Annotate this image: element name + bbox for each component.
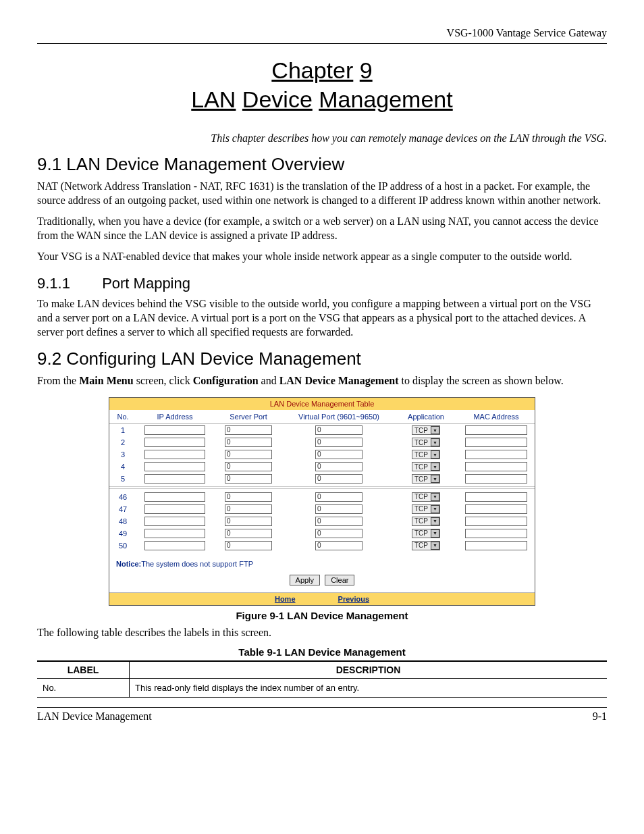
virtual-port-input[interactable]: 0 xyxy=(315,438,363,447)
ip-address-input[interactable] xyxy=(144,474,205,484)
mac-address-input[interactable] xyxy=(465,492,527,502)
virtual-port-input[interactable]: 0 xyxy=(315,541,363,550)
mac-address-input[interactable] xyxy=(465,450,527,459)
server-port-input[interactable]: 0 xyxy=(225,504,272,514)
chevron-down-icon: ▼ xyxy=(431,529,439,538)
server-port-input[interactable]: 0 xyxy=(225,541,272,550)
application-select[interactable]: TCP▼ xyxy=(412,541,440,550)
footer-left: LAN Device Management xyxy=(37,710,152,723)
server-port-input[interactable]: 0 xyxy=(225,462,272,471)
table-row: 4700TCP▼ xyxy=(109,503,535,515)
ip-address-input[interactable] xyxy=(144,529,205,538)
application-select[interactable]: TCP▼ xyxy=(412,529,440,538)
mac-address-input[interactable] xyxy=(465,504,527,514)
server-port-input[interactable]: 0 xyxy=(225,438,272,447)
table-row: 400TCP▼ xyxy=(109,461,535,473)
row-no: 3 xyxy=(109,448,136,461)
virtual-port-input[interactable]: 0 xyxy=(315,492,363,502)
section-9-1-1-title: Port Mapping xyxy=(102,275,190,292)
chevron-down-icon: ▼ xyxy=(431,493,439,501)
virtual-port-input[interactable]: 0 xyxy=(315,462,363,471)
server-port-input[interactable]: 0 xyxy=(225,517,272,526)
chevron-down-icon: ▼ xyxy=(431,450,439,459)
chevron-down-icon: ▼ xyxy=(431,542,439,550)
chevron-down-icon: ▼ xyxy=(431,505,439,513)
application-select[interactable]: TCP▼ xyxy=(412,425,440,435)
ip-address-input[interactable] xyxy=(144,492,205,502)
previous-link[interactable]: Previous xyxy=(318,593,390,605)
ip-address-input[interactable] xyxy=(144,462,205,471)
mac-address-input[interactable] xyxy=(465,438,527,447)
mac-address-input[interactable] xyxy=(465,529,527,538)
desc-col-description: DESCRIPTION xyxy=(130,661,608,679)
ip-address-input[interactable] xyxy=(144,504,205,514)
section-9-1-heading: 9.1 LAN Device Management Overview xyxy=(37,154,607,175)
section-9-2-para-1: From the Main Menu screen, click Configu… xyxy=(37,373,607,388)
section-9-1-para-2: Traditionally, when you have a device (f… xyxy=(37,214,607,242)
table-row: 500TCP▼ xyxy=(109,473,535,485)
table-row: 5000TCP▼ xyxy=(109,540,535,552)
application-select[interactable]: TCP▼ xyxy=(412,504,440,514)
virtual-port-input[interactable]: 0 xyxy=(315,450,363,459)
server-port-input[interactable]: 0 xyxy=(225,529,272,538)
virtual-port-input[interactable]: 0 xyxy=(315,425,363,435)
chapter-name-3: Management xyxy=(319,86,452,112)
chapter-name-2: Device xyxy=(242,86,313,112)
section-9-1-para-3: Your VSG is a NAT-enabled device that ma… xyxy=(37,249,607,263)
mac-address-input[interactable] xyxy=(465,517,527,526)
server-port-input[interactable]: 0 xyxy=(225,450,272,459)
table-break xyxy=(109,485,535,490)
chevron-down-icon: ▼ xyxy=(431,438,439,446)
apply-button[interactable]: Apply xyxy=(290,575,321,585)
application-select[interactable]: TCP▼ xyxy=(412,517,440,526)
application-select[interactable]: TCP▼ xyxy=(412,492,440,502)
row-no: 47 xyxy=(109,503,136,515)
mac-address-input[interactable] xyxy=(465,541,527,550)
row-no: 50 xyxy=(109,540,136,552)
page-header: VSG-1000 Vantage Service Gateway xyxy=(37,27,607,44)
row-no: 48 xyxy=(109,515,136,527)
application-select[interactable]: TCP▼ xyxy=(412,438,440,447)
desc-row-label: No. xyxy=(37,679,130,698)
mac-address-input[interactable] xyxy=(465,425,527,435)
application-select[interactable]: TCP▼ xyxy=(412,462,440,471)
section-9-1-1-number: 9.1.1 xyxy=(37,275,98,292)
col-application: Application xyxy=(394,410,458,424)
virtual-port-input[interactable]: 0 xyxy=(315,474,363,484)
table-row: 4800TCP▼ xyxy=(109,515,535,527)
desc-row: No. This read-only field displays the in… xyxy=(37,679,607,698)
table-title: LAN Device Management Table xyxy=(109,398,535,410)
row-no: 1 xyxy=(109,423,136,436)
ip-address-input[interactable] xyxy=(144,541,205,550)
application-select[interactable]: TCP▼ xyxy=(412,474,440,484)
description-table: LABEL DESCRIPTION No. This read-only fie… xyxy=(37,660,607,698)
row-no: 5 xyxy=(109,473,136,485)
lan-devices-table: No. IP Address Server Port Virtual Port … xyxy=(109,410,535,552)
server-port-input[interactable]: 0 xyxy=(225,492,272,502)
notice-text: Notice:The system does not support FTP xyxy=(109,552,535,572)
virtual-port-input[interactable]: 0 xyxy=(315,517,363,526)
ip-address-input[interactable] xyxy=(144,438,205,447)
chapter-number: 9 xyxy=(360,57,373,83)
figure-caption: Figure 9-1 LAN Device Management xyxy=(37,610,607,621)
home-link[interactable]: Home xyxy=(254,593,316,605)
virtual-port-input[interactable]: 0 xyxy=(315,529,363,538)
clear-button[interactable]: Clear xyxy=(325,575,354,585)
page-footer: LAN Device Management 9-1 xyxy=(37,707,607,723)
server-port-input[interactable]: 0 xyxy=(225,474,272,484)
nav-bar: Home Previous xyxy=(109,592,535,605)
application-select[interactable]: TCP▼ xyxy=(412,450,440,459)
ip-address-input[interactable] xyxy=(144,450,205,459)
desc-row-desc: This read-only field displays the index … xyxy=(130,679,608,698)
desc-col-label: LABEL xyxy=(37,661,130,679)
virtual-port-input[interactable]: 0 xyxy=(315,504,363,514)
mac-address-input[interactable] xyxy=(465,474,527,484)
chapter-lede: This chapter describes how you can remot… xyxy=(37,132,607,145)
table-row: 100TCP▼ xyxy=(109,423,535,436)
server-port-input[interactable]: 0 xyxy=(225,425,272,435)
chevron-down-icon: ▼ xyxy=(431,475,439,483)
mac-address-input[interactable] xyxy=(465,462,527,471)
ip-address-input[interactable] xyxy=(144,517,205,526)
ip-address-input[interactable] xyxy=(144,425,205,435)
section-9-1-1-para-1: To make LAN devices behind the VSG visib… xyxy=(37,296,607,339)
